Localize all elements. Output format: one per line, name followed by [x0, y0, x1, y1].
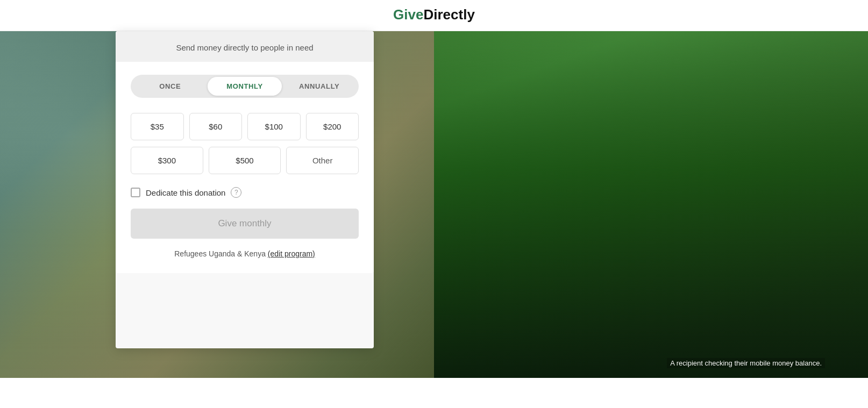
page-header: GiveDirectly — [0, 0, 868, 31]
amount-200[interactable]: $200 — [306, 113, 359, 140]
main-content: A recipient checking their mobile money … — [0, 31, 868, 378]
freq-annually[interactable]: ANNUALLY — [282, 77, 357, 96]
image-caption: A recipient checking their mobile money … — [667, 358, 825, 368]
amount-35[interactable]: $35 — [131, 113, 184, 140]
card-body: ONCE MONTHLY ANNUALLY $35 $60 $100 $200 … — [116, 62, 374, 273]
title-directly: Directly — [423, 6, 474, 23]
amount-300[interactable]: $300 — [131, 147, 203, 174]
program-row: Refugees Uganda & Kenya (edit program) — [131, 249, 359, 258]
bg-right-panel — [434, 31, 868, 378]
edit-program-link[interactable]: (edit program) — [268, 249, 315, 258]
freq-monthly[interactable]: MONTHLY — [208, 77, 282, 96]
amount-grid-row2: $300 $500 Other — [131, 147, 359, 174]
dedicate-row: Dedicate this donation ? — [131, 187, 359, 198]
card-subtitle: Send money directly to people in need — [116, 31, 374, 62]
site-title: GiveDirectly — [0, 6, 868, 23]
amount-500[interactable]: $500 — [209, 147, 281, 174]
title-give: Give — [393, 6, 423, 23]
amount-60[interactable]: $60 — [189, 113, 243, 140]
give-monthly-button[interactable]: Give monthly — [131, 209, 359, 239]
amount-100[interactable]: $100 — [247, 113, 301, 140]
program-text: Refugees Uganda & Kenya — [174, 249, 266, 258]
donation-card: Send money directly to people in need ON… — [116, 31, 374, 348]
freq-once[interactable]: ONCE — [133, 77, 208, 96]
dedicate-help-icon[interactable]: ? — [231, 187, 241, 198]
dedicate-label[interactable]: Dedicate this donation — [146, 188, 225, 197]
amount-grid-row1: $35 $60 $100 $200 — [131, 113, 359, 140]
frequency-toggle: ONCE MONTHLY ANNUALLY — [131, 75, 359, 98]
amount-other[interactable]: Other — [286, 147, 359, 174]
dedicate-checkbox[interactable] — [131, 188, 140, 197]
